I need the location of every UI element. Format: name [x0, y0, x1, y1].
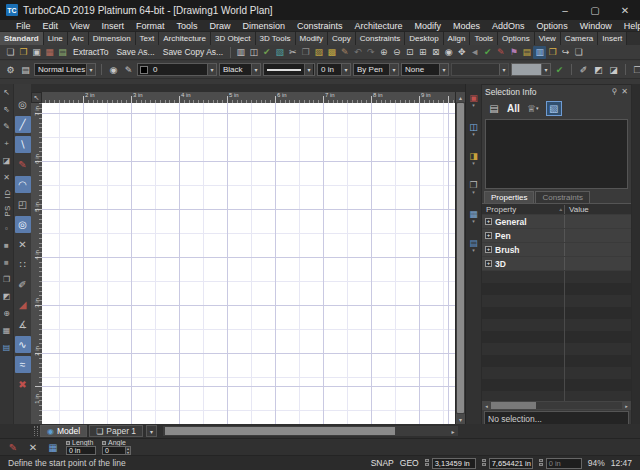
copy-tool[interactable]: ❐ [1, 273, 12, 285]
tab-copy[interactable]: Copy [328, 32, 356, 45]
pan-icon[interactable]: ✥ [455, 46, 468, 59]
line-pattern-select[interactable]: ▾ [263, 63, 315, 76]
inspector-cancel-icon[interactable]: ✕ [26, 441, 40, 454]
style-sheet-icon[interactable]: ▤ [19, 63, 32, 76]
model-tab[interactable]: ◉ Model [40, 425, 87, 437]
save-all-icon[interactable]: ▦ [43, 46, 56, 59]
sort-icon[interactable]: ▵ [559, 206, 562, 212]
export-icon[interactable]: ↪ [559, 46, 572, 59]
center-point-tool[interactable]: ◎ [15, 216, 31, 233]
expand-icon[interactable]: + [485, 246, 492, 253]
vertical-scrollbar[interactable]: ▴ ▾ [455, 92, 465, 424]
save-as-button[interactable]: Save As... [112, 47, 158, 57]
chevron-down-icon[interactable]: ▾ [389, 64, 398, 75]
eraser-tool[interactable]: ◩ [1, 290, 12, 302]
cut-icon[interactable]: ✂ [286, 46, 299, 59]
value-column-header[interactable]: Value [564, 205, 631, 214]
chevron-down-icon[interactable]: ▾ [86, 64, 95, 75]
horizontal-scrollbar[interactable]: ▸ [163, 426, 458, 436]
all-button[interactable]: All [507, 103, 520, 114]
tab-standard[interactable]: Standard [0, 32, 44, 45]
menu-insert[interactable]: Insert [95, 21, 130, 31]
filter-crown-button[interactable]: ♕▾ [525, 101, 541, 116]
zoom-page-icon[interactable]: ⊠ [429, 46, 442, 59]
tab-tools[interactable]: Tools [470, 32, 498, 45]
zoom-dynamic-icon[interactable]: ◉ [442, 46, 455, 59]
menu-modify[interactable]: Modify [409, 21, 448, 31]
scroll-down-icon[interactable]: ▾ [456, 414, 465, 424]
arc-tool[interactable]: ◠ [15, 176, 31, 193]
x-lock-icon[interactable] [425, 459, 430, 467]
line-style-select[interactable]: Normal Lines ▾ [34, 63, 96, 76]
print-preview-icon[interactable]: ◫ [247, 46, 260, 59]
tab-align[interactable]: Align [444, 32, 471, 45]
format-painter-icon[interactable]: ✎ [338, 46, 351, 59]
save-icon[interactable]: ▣ [30, 46, 43, 59]
menu-constraints[interactable]: Constraints [291, 21, 349, 31]
inspector-table-icon[interactable]: ▦ [46, 441, 60, 454]
hatch-tool[interactable]: ✐ [15, 276, 31, 293]
line-width-select[interactable]: 0 in ▾ [317, 63, 351, 76]
menu-addons[interactable]: AddOns [486, 21, 531, 31]
paste-special-icon[interactable]: ▩ [325, 46, 338, 59]
tab-architecture[interactable]: Architecture [159, 32, 211, 45]
angle-tool[interactable]: ∡ [15, 316, 31, 333]
category-3d[interactable]: +3D [482, 257, 631, 270]
erase-tool[interactable]: ◪ [1, 154, 12, 166]
box-3d-tool[interactable]: ◰ [15, 196, 31, 213]
close-button[interactable]: ✕ [610, 0, 640, 20]
chevron-down-icon[interactable]: ▾ [207, 64, 216, 75]
redo-icon[interactable]: ↷ [364, 46, 377, 59]
select-tool[interactable]: ↖ [1, 86, 12, 98]
brush-pattern-select[interactable]: By Pen ▾ [353, 63, 399, 76]
tab-arc[interactable]: Arc [68, 32, 89, 45]
drawing-canvas[interactable] [42, 103, 455, 424]
angle-field[interactable]: 0 [102, 446, 126, 455]
point-grid-tool[interactable]: ∷ [15, 256, 31, 273]
open-folder-icon[interactable]: ❐ [17, 46, 30, 59]
paper-tab[interactable]: ❏ Paper 1 [89, 425, 143, 437]
scrollbar-thumb[interactable] [491, 402, 536, 409]
sketch-ring-tool[interactable]: ◎ [15, 96, 31, 113]
prev-view-icon[interactable]: ◄ [468, 46, 481, 59]
pen-width-select[interactable]: 0 ▾ [137, 63, 217, 76]
terrain-tool[interactable]: ◢ [15, 296, 31, 313]
stamp-icon[interactable]: ⚑ [507, 46, 520, 59]
chevron-down-icon[interactable]: ▾ [439, 64, 448, 75]
print-icon[interactable]: ▥ [234, 46, 247, 59]
zoom-window-icon[interactable]: ⊡ [403, 46, 416, 59]
menu-help[interactable]: Help [618, 21, 640, 31]
spelling-icon[interactable]: ✔ [260, 46, 273, 59]
expand-icon[interactable]: + [485, 218, 492, 225]
category-pen[interactable]: +Pen [482, 229, 631, 242]
preview-mode-button[interactable]: ▧ [546, 101, 562, 116]
zoom-in-icon[interactable]: ⊕ [377, 46, 390, 59]
menu-tools[interactable]: Tools [170, 21, 203, 31]
curve-tool[interactable]: ≈ [15, 356, 31, 373]
pen-nib-icon[interactable]: ✎ [122, 63, 135, 76]
chevron-down-icon[interactable]: ▾ [541, 64, 550, 75]
empty-light-select[interactable]: ▾ [511, 63, 551, 76]
scrollbar-thumb[interactable] [457, 103, 464, 413]
apply-check-icon[interactable]: ✔ [553, 63, 566, 76]
menu-draw[interactable]: Draw [203, 21, 236, 31]
tab-constraints[interactable]: Constraints [535, 191, 589, 203]
brush-icon[interactable]: ✐ [577, 63, 590, 76]
x-coordinate-field[interactable]: 3,13459 in [432, 458, 476, 469]
tab-3d-tools[interactable]: 3D Tools [256, 32, 296, 45]
hatch-select[interactable]: None ▾ [401, 63, 449, 76]
selection-info-toggle[interactable]: ◫▾ [467, 119, 481, 139]
menu-window[interactable]: Window [574, 21, 618, 31]
angle-spinner[interactable]: ▴▾ [126, 446, 131, 455]
tab-constraints[interactable]: Constraints [356, 32, 405, 45]
menu-view[interactable]: View [64, 21, 95, 31]
tab-modify[interactable]: Modify [296, 32, 329, 45]
zoom-extents-icon[interactable]: ⊞ [416, 46, 429, 59]
palette-close-icon[interactable]: ✕ [621, 87, 628, 96]
y-coordinate-field[interactable]: 7,654421 in [489, 458, 533, 469]
paste-icon[interactable]: ▨ [312, 46, 325, 59]
zoom-out-icon[interactable]: ⊖ [390, 46, 403, 59]
tab-insert[interactable]: Insert [598, 32, 627, 45]
node-edit-tool[interactable]: ✎ [1, 120, 12, 132]
line-tool[interactable]: ╱ [15, 116, 31, 133]
